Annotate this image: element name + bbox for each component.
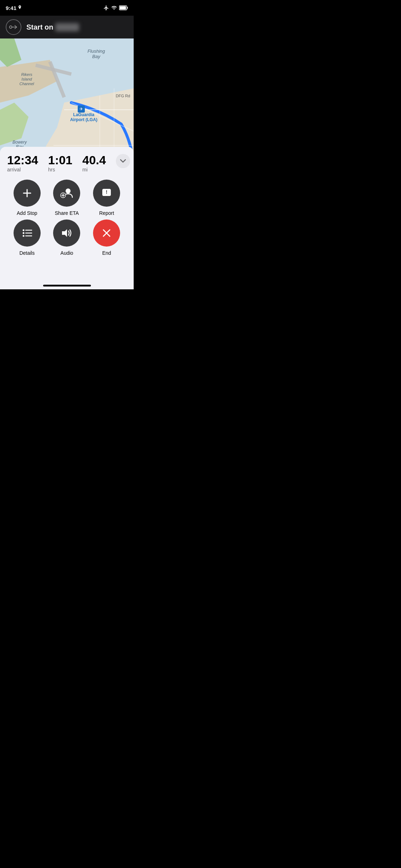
battery-icon [119,5,128,10]
nav-banner: Start on [0,16,134,38]
distance-label: mi [82,167,106,172]
distance-value: 40.4 [82,154,106,166]
status-bar: 9:41 [0,0,134,16]
share-eta-label: Share ETA [55,210,79,216]
svg-text:Island: Island [21,77,32,81]
eta-duration: 1:01 hrs [48,154,72,172]
details-icon-circle [14,219,41,247]
action-buttons: Add Stop Share ETA [0,176,134,289]
direction-icon [6,19,21,35]
svg-point-3 [10,26,12,29]
svg-rect-1 [127,7,128,9]
svg-text:Channel: Channel [20,82,35,86]
eta-distance: 40.4 mi [82,154,106,172]
svg-point-44 [22,232,24,234]
audio-icon-circle [53,219,80,247]
svg-text:Airport (LGA): Airport (LGA) [70,117,98,122]
eta-row: 12:34 arrival 1:01 hrs 40.4 mi [0,147,134,176]
add-stop-icon-circle [14,180,41,207]
arrival-label: arrival [7,167,38,172]
buttons-row-2: Details Audio [7,219,127,256]
report-button[interactable]: ! Report [89,180,124,216]
status-time: 9:41 [6,5,22,11]
share-eta-icon-circle [53,180,80,207]
svg-text:Bowery: Bowery [12,140,27,145]
svg-text:Flushing: Flushing [87,48,105,54]
end-icon-circle [93,219,120,247]
duration-label: hrs [48,167,72,172]
wifi-icon [111,5,117,11]
home-indicator [43,285,91,286]
add-stop-label: Add Stop [17,210,37,216]
svg-text:Rikers: Rikers [21,72,32,77]
end-button[interactable]: End [89,219,124,256]
clock: 9:41 [6,5,16,11]
arrival-time-value: 12:34 [7,154,38,166]
end-label: End [102,250,111,256]
details-label: Details [19,250,35,256]
svg-point-46 [22,235,24,237]
status-icons [103,5,128,11]
share-eta-button[interactable]: Share ETA [49,180,84,216]
eta-arrival: 12:34 arrival [7,154,38,172]
report-label: Report [99,210,114,216]
svg-text:DFG Rd: DFG Rd [116,94,130,98]
nav-instruction: Start on [26,23,79,31]
audio-button[interactable]: Audio [49,219,84,256]
svg-text:✈: ✈ [79,107,83,112]
audio-label: Audio [61,250,73,256]
details-button[interactable]: Details [9,219,45,256]
svg-text:!: ! [106,189,108,195]
location-icon [18,5,22,10]
bottom-sheet: 12:34 arrival 1:01 hrs 40.4 mi [0,147,134,289]
svg-rect-2 [120,6,126,10]
report-icon-circle: ! [93,180,120,207]
svg-text:Bay: Bay [92,54,101,59]
add-stop-button[interactable]: Add Stop [9,180,45,216]
svg-marker-48 [62,229,67,237]
buttons-row-1: Add Stop Share ETA [7,180,127,216]
svg-text:LaGuardia: LaGuardia [73,112,94,117]
duration-value: 1:01 [48,154,72,166]
svg-point-34 [66,188,71,193]
airplane-icon [103,5,109,11]
svg-point-42 [22,229,24,231]
expand-button[interactable] [116,154,130,168]
